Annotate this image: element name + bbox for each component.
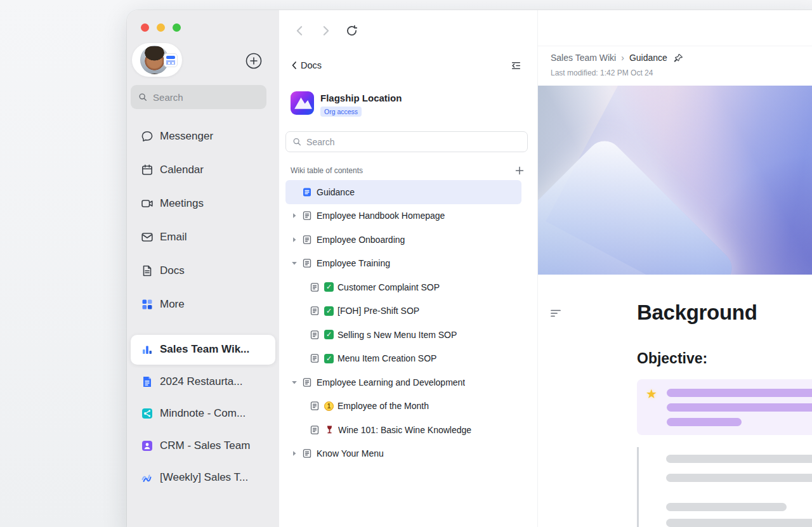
wiki-tree-item-label: Employee Handbook Homepage [317,211,445,221]
wiki-tree-item-label: Wine 101: Basic Wine Knowledge [338,425,471,435]
callout-bar [667,403,812,412]
docs-back-label: Docs [301,60,322,70]
docs-panel: Docs Flagship Location Org access Wiki t… [279,10,538,527]
breadcrumb-parent[interactable]: Sales Team Wiki [551,53,616,63]
doc-icon [310,306,320,316]
pinned-doc-item[interactable]: 2024 Restaurta... [131,367,275,396]
close-window-button[interactable] [141,23,149,32]
wiki-search[interactable] [285,131,528,152]
sidebar-search[interactable] [131,85,266,109]
reload-icon[interactable] [345,24,358,37]
document-header: Sales Team Wiki › Guidance Last modified… [538,46,812,86]
minimize-window-button[interactable] [157,23,165,32]
wiki-tree-item[interactable]: ✓Menu Item Creation SOP [285,347,521,371]
chevron-right-icon[interactable] [291,212,298,219]
chevron-slot [291,188,298,196]
doc-icon [302,377,312,387]
check-emoji: ✓ [324,306,334,316]
wiki-tree-item[interactable]: Wine 101: Basic Wine Knowledge [285,418,521,442]
collapse-panel-icon[interactable] [510,60,522,72]
wiki-tree-item[interactable]: ✓Customer Complaint SOP [285,275,521,299]
wiki-tree-item-label: Customer Complaint SOP [337,282,440,292]
sidebar-search-input[interactable] [153,92,259,103]
zoom-window-button[interactable] [173,23,181,32]
wiki-tree-item-label: Employee Training [317,258,390,268]
wine-emoji [324,425,334,435]
wiki-tree-item[interactable]: ✓Selling s New Menu Item SOP [285,323,521,347]
more-icon [141,298,154,311]
docs-back-button[interactable]: Docs [289,58,322,72]
sidebar-item-label: Email [160,231,187,244]
add-page-icon[interactable] [514,166,525,176]
sidebar-item-label: Calendar [160,164,204,176]
wiki-search-input[interactable] [306,137,521,147]
doc-blue-icon [141,375,154,388]
sidebar: Messenger Calendar Meetings Email Docs M… [127,10,279,527]
pinned-doc-item[interactable]: Sales Team Wik... [131,335,275,365]
sidebar-item-calendar[interactable]: Calendar [127,153,279,186]
wiki-tree-item[interactable]: Employee Learning and Development [285,370,521,394]
sidebar-item-email[interactable]: Email [127,220,279,254]
sidebar-item-messenger[interactable]: Messenger [127,119,279,153]
outline-toggle-icon[interactable] [549,307,562,320]
wiki-tree-item-label: Guidance [317,187,355,197]
profile-widget[interactable] [132,43,182,77]
quote-bar [666,503,787,511]
doc-icon [302,448,312,459]
pinned-doc-label: Sales Team Wik... [160,343,249,356]
sidebar-menu: Messenger Calendar Meetings Email Docs M… [127,119,279,321]
wiki-tree-item[interactable]: Employee Training [285,252,521,276]
wiki-tree-item-label: Employee Learning and Development [317,377,465,387]
pinned-doc-item[interactable]: [Weekly] Sales T... [131,463,275,493]
wiki-tree-item[interactable]: Employee Onboarding [285,228,521,252]
breadcrumb-current[interactable]: Guidance [629,53,667,63]
chevron-down-icon[interactable] [291,379,298,386]
sidebar-item-docs[interactable]: Docs [127,254,279,287]
sidebar-item-meetings[interactable]: Meetings [127,186,279,220]
chevron-right-icon[interactable] [291,450,298,457]
email-icon [141,231,154,244]
window-controls [141,23,181,32]
wiki-tree-item[interactable]: Employee Handbook Homepage [285,204,521,228]
wiki-tree-item[interactable]: Know Your Menu [285,442,521,466]
content-panel: Sales Team Wiki › Guidance Last modified… [538,10,812,527]
back-icon[interactable] [293,24,306,37]
quote-bar [666,455,812,463]
pinned-doc-item[interactable]: CRM - Sales Team [131,431,275,460]
wiki-tree-item[interactable]: Guidance [285,180,521,204]
doc-filled-icon [302,187,312,197]
chevron-down-icon[interactable] [291,259,298,267]
sidebar-item-label: Messenger [160,130,213,143]
doc-icon [310,401,320,411]
mindnote-icon [141,407,154,420]
weekly-icon [141,471,154,484]
pin-icon[interactable] [674,53,683,63]
wiki-header[interactable]: Flagship Location Org access [291,91,402,117]
callout-block: ★ [637,379,812,435]
wiki-tree-item[interactable]: 1Employee of the Month [285,394,521,419]
wiki-tree-item-label: Employee of the Month [337,401,429,411]
sidebar-item-more[interactable]: More [127,287,279,321]
org-access-badge: Org access [320,107,362,117]
wiki-tree-item[interactable]: ✓[FOH] Pre-Shift SOP [285,299,521,323]
chart-icon [141,343,154,356]
pinned-doc-label: CRM - Sales Team [160,439,250,452]
breadcrumb: Sales Team Wiki › Guidance [551,53,683,63]
last-modified: Last modified: 1:42 PM Oct 24 [551,68,653,77]
pinned-doc-item[interactable]: Mindnote - Com... [131,399,275,429]
add-button[interactable] [246,53,262,69]
chevron-left-icon [289,60,299,70]
doc-icon [310,330,320,340]
forward-icon[interactable] [319,24,332,37]
chevron-right-icon[interactable] [291,236,298,244]
quote-bar [666,474,812,482]
nav-toolbar [279,24,358,37]
doc-icon [302,235,312,245]
pinned-doc-label: Mindnote - Com... [160,407,246,420]
document-heading: Background [637,301,757,325]
quote-block [637,447,812,527]
star-emoji: ★ [646,389,657,399]
doc-icon [302,211,312,221]
sidebar-pinned-docs: Sales Team Wik... 2024 Restaurta... Mind… [127,332,279,495]
crm-icon [141,439,154,452]
